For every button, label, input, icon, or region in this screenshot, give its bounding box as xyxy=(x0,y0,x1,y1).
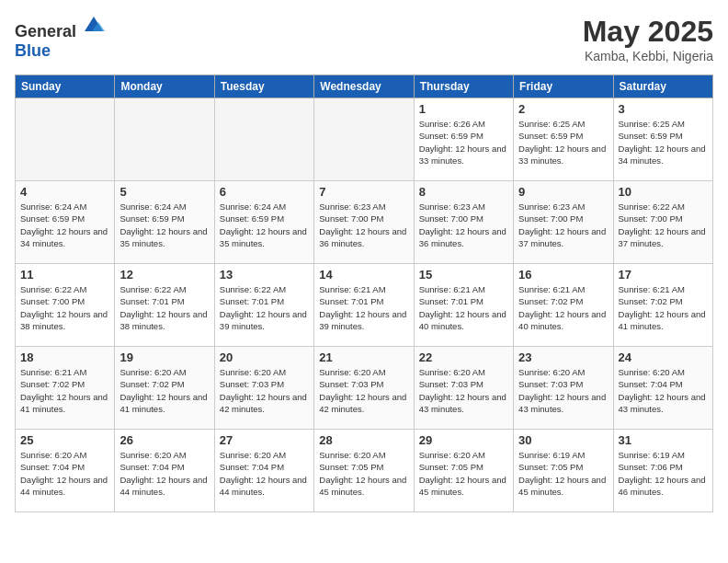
empty-cell xyxy=(16,98,115,181)
day-cell-7: 7Sunrise: 6:23 AMSunset: 7:00 PMDaylight… xyxy=(314,181,414,264)
logo: General Blue xyxy=(15,15,105,61)
day-number: 20 xyxy=(220,350,309,364)
day-cell-25: 25Sunrise: 6:20 AMSunset: 7:04 PMDayligh… xyxy=(16,430,115,512)
day-number: 21 xyxy=(319,350,408,364)
day-cell-15: 15Sunrise: 6:21 AMSunset: 7:01 PMDayligh… xyxy=(414,264,513,347)
day-info: Sunrise: 6:20 AMSunset: 7:05 PMDaylight:… xyxy=(319,449,408,498)
day-info: Sunrise: 6:23 AMSunset: 7:00 PMDaylight:… xyxy=(319,201,408,249)
day-info: Sunrise: 6:22 AMSunset: 7:01 PMDaylight:… xyxy=(220,283,309,332)
empty-cell xyxy=(115,98,214,181)
day-number: 10 xyxy=(619,185,708,199)
day-number: 6 xyxy=(220,185,309,199)
day-info: Sunrise: 6:20 AMSunset: 7:03 PMDaylight:… xyxy=(220,366,309,415)
day-number: 17 xyxy=(619,268,708,282)
day-number: 23 xyxy=(518,350,608,364)
day-info: Sunrise: 6:21 AMSunset: 7:02 PMDaylight:… xyxy=(20,366,109,415)
day-info: Sunrise: 6:20 AMSunset: 7:02 PMDaylight:… xyxy=(119,366,209,415)
day-cell-19: 19Sunrise: 6:20 AMSunset: 7:02 PMDayligh… xyxy=(115,347,214,430)
day-cell-8: 8Sunrise: 6:23 AMSunset: 7:00 PMDaylight… xyxy=(414,181,513,264)
day-info: Sunrise: 6:20 AMSunset: 7:04 PMDaylight:… xyxy=(20,449,109,498)
day-number: 28 xyxy=(319,433,408,447)
location-subtitle: Kamba, Kebbi, Nigeria xyxy=(583,49,713,63)
day-cell-5: 5Sunrise: 6:24 AMSunset: 6:59 PMDaylight… xyxy=(115,181,214,264)
header-monday: Monday xyxy=(115,75,214,98)
day-cell-30: 30Sunrise: 6:19 AMSunset: 7:05 PMDayligh… xyxy=(514,430,613,512)
header-tuesday: Tuesday xyxy=(214,75,313,98)
day-cell-26: 26Sunrise: 6:20 AMSunset: 7:04 PMDayligh… xyxy=(115,430,214,512)
week-row-1: 1Sunrise: 6:26 AMSunset: 6:59 PMDaylight… xyxy=(16,98,713,181)
header-wednesday: Wednesday xyxy=(314,75,414,98)
day-info: Sunrise: 6:24 AMSunset: 6:59 PMDaylight:… xyxy=(119,201,209,249)
day-cell-23: 23Sunrise: 6:20 AMSunset: 7:03 PMDayligh… xyxy=(514,347,613,430)
day-info: Sunrise: 6:22 AMSunset: 7:01 PMDaylight:… xyxy=(119,283,209,332)
day-number: 15 xyxy=(419,268,508,282)
day-number: 16 xyxy=(518,268,608,282)
day-number: 5 xyxy=(119,185,209,199)
day-info: Sunrise: 6:21 AMSunset: 7:01 PMDaylight:… xyxy=(419,283,508,332)
header-friday: Friday xyxy=(514,75,613,98)
day-info: Sunrise: 6:20 AMSunset: 7:05 PMDaylight:… xyxy=(419,449,508,498)
day-cell-11: 11Sunrise: 6:22 AMSunset: 7:00 PMDayligh… xyxy=(16,264,115,347)
day-info: Sunrise: 6:20 AMSunset: 7:03 PMDaylight:… xyxy=(319,366,408,415)
day-info: Sunrise: 6:21 AMSunset: 7:01 PMDaylight:… xyxy=(319,283,408,332)
day-number: 11 xyxy=(20,268,109,282)
day-info: Sunrise: 6:25 AMSunset: 6:59 PMDaylight:… xyxy=(619,118,708,167)
day-cell-17: 17Sunrise: 6:21 AMSunset: 7:02 PMDayligh… xyxy=(613,264,712,347)
day-cell-9: 9Sunrise: 6:23 AMSunset: 7:00 PMDaylight… xyxy=(514,181,613,264)
day-cell-3: 3Sunrise: 6:25 AMSunset: 6:59 PMDaylight… xyxy=(613,98,712,181)
logo-blue: Blue xyxy=(15,41,51,60)
header-saturday: Saturday xyxy=(613,75,712,98)
day-info: Sunrise: 6:25 AMSunset: 6:59 PMDaylight:… xyxy=(518,118,608,167)
day-cell-21: 21Sunrise: 6:20 AMSunset: 7:03 PMDayligh… xyxy=(314,347,414,430)
week-row-3: 11Sunrise: 6:22 AMSunset: 7:00 PMDayligh… xyxy=(16,264,713,347)
header-thursday: Thursday xyxy=(414,75,513,98)
day-number: 12 xyxy=(119,268,209,282)
empty-cell xyxy=(314,98,414,181)
day-info: Sunrise: 6:19 AMSunset: 7:05 PMDaylight:… xyxy=(518,449,608,498)
empty-cell xyxy=(214,98,313,181)
day-number: 30 xyxy=(518,433,608,447)
week-row-4: 18Sunrise: 6:21 AMSunset: 7:02 PMDayligh… xyxy=(16,347,713,430)
day-cell-2: 2Sunrise: 6:25 AMSunset: 6:59 PMDaylight… xyxy=(514,98,613,181)
day-number: 29 xyxy=(419,433,508,447)
day-info: Sunrise: 6:21 AMSunset: 7:02 PMDaylight:… xyxy=(518,283,608,332)
day-cell-1: 1Sunrise: 6:26 AMSunset: 6:59 PMDaylight… xyxy=(414,98,513,181)
day-info: Sunrise: 6:21 AMSunset: 7:02 PMDaylight:… xyxy=(619,283,708,332)
day-cell-16: 16Sunrise: 6:21 AMSunset: 7:02 PMDayligh… xyxy=(514,264,613,347)
day-info: Sunrise: 6:20 AMSunset: 7:03 PMDaylight:… xyxy=(518,366,608,415)
day-cell-24: 24Sunrise: 6:20 AMSunset: 7:04 PMDayligh… xyxy=(613,347,712,430)
day-info: Sunrise: 6:23 AMSunset: 7:00 PMDaylight:… xyxy=(518,201,608,249)
day-cell-18: 18Sunrise: 6:21 AMSunset: 7:02 PMDayligh… xyxy=(16,347,115,430)
header-sunday: Sunday xyxy=(16,75,115,98)
day-cell-27: 27Sunrise: 6:20 AMSunset: 7:04 PMDayligh… xyxy=(214,430,313,512)
day-number: 7 xyxy=(319,185,408,199)
day-number: 22 xyxy=(419,350,508,364)
logo-general: General xyxy=(15,22,76,40)
day-info: Sunrise: 6:20 AMSunset: 7:04 PMDaylight:… xyxy=(619,366,708,415)
day-info: Sunrise: 6:24 AMSunset: 6:59 PMDaylight:… xyxy=(220,201,309,249)
title-block: May 2025 Kamba, Kebbi, Nigeria xyxy=(583,15,713,63)
week-row-5: 25Sunrise: 6:20 AMSunset: 7:04 PMDayligh… xyxy=(16,430,713,512)
day-info: Sunrise: 6:22 AMSunset: 7:00 PMDaylight:… xyxy=(619,201,708,249)
day-number: 31 xyxy=(619,433,708,447)
day-info: Sunrise: 6:26 AMSunset: 6:59 PMDaylight:… xyxy=(419,118,508,167)
logo-text: General Blue xyxy=(15,15,105,61)
calendar-table: SundayMondayTuesdayWednesdayThursdayFrid… xyxy=(15,75,713,512)
day-info: Sunrise: 6:24 AMSunset: 6:59 PMDaylight:… xyxy=(20,201,109,249)
logo-icon xyxy=(83,15,105,37)
day-cell-29: 29Sunrise: 6:20 AMSunset: 7:05 PMDayligh… xyxy=(414,430,513,512)
day-number: 8 xyxy=(419,185,508,199)
day-number: 3 xyxy=(619,102,708,116)
day-number: 25 xyxy=(20,433,109,447)
day-info: Sunrise: 6:20 AMSunset: 7:04 PMDaylight:… xyxy=(220,449,309,498)
day-info: Sunrise: 6:20 AMSunset: 7:03 PMDaylight:… xyxy=(419,366,508,415)
day-number: 14 xyxy=(319,268,408,282)
day-info: Sunrise: 6:23 AMSunset: 7:00 PMDaylight:… xyxy=(419,201,508,249)
day-cell-14: 14Sunrise: 6:21 AMSunset: 7:01 PMDayligh… xyxy=(314,264,414,347)
day-cell-22: 22Sunrise: 6:20 AMSunset: 7:03 PMDayligh… xyxy=(414,347,513,430)
day-cell-31: 31Sunrise: 6:19 AMSunset: 7:06 PMDayligh… xyxy=(613,430,712,512)
day-cell-28: 28Sunrise: 6:20 AMSunset: 7:05 PMDayligh… xyxy=(314,430,414,512)
day-number: 1 xyxy=(419,102,508,116)
day-info: Sunrise: 6:19 AMSunset: 7:06 PMDaylight:… xyxy=(619,449,708,498)
day-number: 9 xyxy=(518,185,608,199)
